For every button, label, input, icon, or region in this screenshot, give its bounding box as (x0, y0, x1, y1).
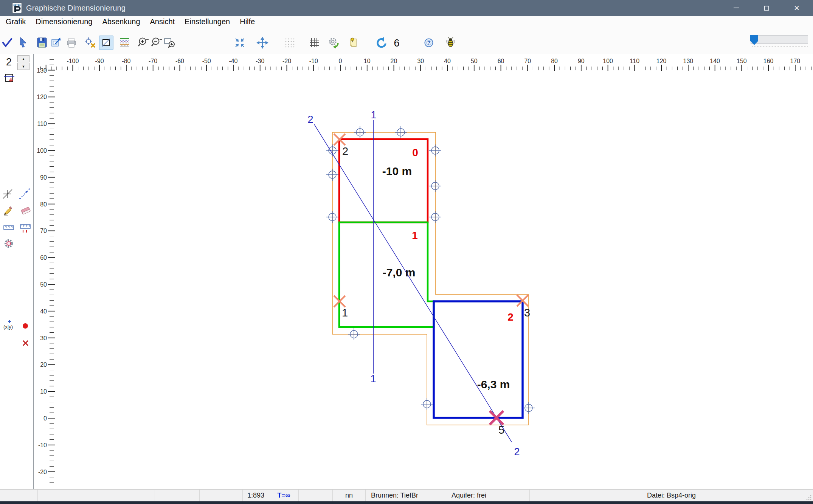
move-point-icon (19, 188, 30, 200)
well-count-spinner: ▲ ▼ (17, 55, 29, 70)
h-ruler-label: 150 (737, 58, 747, 64)
maximize-button[interactable] (751, 0, 782, 16)
move-point-button[interactable] (18, 188, 31, 200)
status-aquifer: Aquifer: frei (446, 490, 530, 501)
section-line-2[interactable] (314, 124, 512, 442)
menu-ansicht[interactable]: Ansicht (145, 16, 180, 27)
h-ruler-label: -100 (67, 58, 79, 64)
h-ruler-label: -60 (175, 58, 184, 64)
menu-einstellungen[interactable]: Einstellungen (180, 16, 235, 27)
v-ruler-label: 100 (37, 147, 47, 154)
drawing-canvas[interactable]: -100-90-80-70-60-50-40-30-20-10010203040… (34, 54, 813, 489)
well-marker[interactable] (429, 144, 441, 157)
grid-lines-button[interactable] (307, 36, 321, 50)
section-line-1-label: 1 (371, 109, 376, 121)
menu-hilfe[interactable]: Hilfe (235, 16, 260, 27)
dots-grid-icon (283, 36, 296, 49)
v-ruler-label: 30 (40, 335, 47, 341)
status-transmissivity: T=∞ (269, 490, 299, 501)
status-empty-5 (155, 490, 200, 501)
point-marker-button[interactable] (19, 319, 32, 332)
close-icon: ✕ (794, 5, 800, 12)
recalculate-button[interactable] (327, 36, 341, 50)
app-icon (12, 3, 22, 13)
h-ruler-label: 60 (498, 58, 504, 64)
save-icon (36, 36, 48, 49)
measure-button[interactable] (2, 221, 15, 234)
well-marker[interactable] (523, 402, 535, 414)
help-button[interactable]: ? (422, 36, 436, 50)
check-icon (1, 36, 14, 49)
zone-2-depth: -6,3 m (477, 378, 510, 391)
well-marker[interactable] (326, 211, 338, 223)
v-ruler-label: 60 (40, 254, 47, 261)
measure-marks-button[interactable] (19, 222, 32, 234)
v-ruler-label: 80 (40, 201, 47, 208)
minimize-button[interactable] (721, 0, 751, 16)
construction-line-button[interactable] (1, 188, 14, 200)
xy-input-button[interactable]: (x|y) (3, 319, 16, 332)
menu-absenkung[interactable]: Absenkung (97, 16, 145, 27)
strata-layers-icon (118, 36, 131, 49)
well-marker[interactable] (326, 169, 338, 181)
menu-grafik[interactable]: Grafik (1, 16, 31, 27)
spinner-down-button[interactable]: ▼ (17, 63, 29, 70)
zoom-slider-track[interactable] (751, 35, 808, 44)
well-marker[interactable] (395, 126, 407, 138)
app-window: Graphische Dimensionierung ✕ GrafikDimen… (0, 0, 813, 504)
close-button[interactable]: ✕ (782, 0, 812, 16)
maximize-icon (764, 6, 769, 11)
sidebar: 2 ▲ ▼ (0, 54, 34, 489)
zone-1-depth: -7,0 m (383, 266, 416, 279)
eraser-button[interactable] (19, 204, 32, 217)
zone-2-number: 2 (507, 311, 514, 323)
save-button[interactable] (35, 36, 49, 50)
status-empty-3 (77, 490, 116, 501)
v-ruler-label: 90 (40, 174, 47, 181)
h-ruler-label: 10 (364, 58, 371, 64)
h-ruler-label: 130 (683, 58, 694, 64)
well-marker[interactable] (429, 211, 441, 223)
pan-button[interactable] (255, 36, 270, 50)
h-ruler-label: 170 (790, 58, 801, 64)
zoom-in-button[interactable] (136, 36, 150, 50)
spinner-up-button[interactable]: ▲ (17, 55, 29, 62)
zoom-out-button[interactable] (149, 36, 164, 50)
dots-grid-button[interactable] (282, 36, 297, 50)
h-ruler-label: 50 (471, 58, 478, 64)
menu-dimensionierung[interactable]: Dimensionierung (31, 16, 97, 27)
strata-layers-button[interactable] (117, 36, 132, 50)
apply-check-button[interactable] (0, 36, 14, 50)
well-marker[interactable] (354, 126, 366, 138)
status-file: Datei: Bsp4-orig (530, 490, 813, 501)
notes-button[interactable] (346, 36, 360, 50)
pencil-icon (2, 205, 14, 216)
v-ruler-label: 130 (37, 67, 47, 74)
resize-grip[interactable] (805, 494, 812, 501)
print-button[interactable] (64, 36, 79, 50)
crosshair-x-button[interactable] (83, 36, 97, 50)
well-marker[interactable] (429, 180, 441, 192)
grid-lines-icon (308, 36, 321, 49)
debug-button[interactable] (443, 36, 458, 50)
well-marker[interactable] (421, 398, 433, 410)
select-arrow-button[interactable] (16, 36, 30, 50)
window-controls: ✕ (721, 0, 812, 16)
status-mode: nn (333, 490, 366, 501)
zone-0-depth: -10 m (382, 165, 412, 177)
zoom-slider-ticks (752, 47, 808, 47)
draw-pencil-button[interactable] (2, 204, 14, 217)
gear-edit-icon (3, 238, 14, 249)
clip-rectangle-button[interactable] (99, 36, 113, 50)
add-well-icon[interactable] (4, 73, 14, 83)
h-ruler-label: 70 (524, 58, 531, 64)
zoom-extents-button[interactable] (233, 36, 247, 50)
delete-marker-button[interactable] (19, 337, 32, 349)
export-button[interactable] (49, 36, 64, 50)
well-marker[interactable] (348, 328, 360, 340)
h-ruler-label: 30 (417, 58, 424, 64)
zoom-window-button[interactable] (163, 36, 177, 50)
settings-gear-button[interactable] (2, 237, 15, 250)
drawing-svg[interactable]: -100-90-80-70-60-50-40-30-20-10010203040… (34, 54, 813, 489)
undo-button[interactable] (374, 36, 388, 50)
